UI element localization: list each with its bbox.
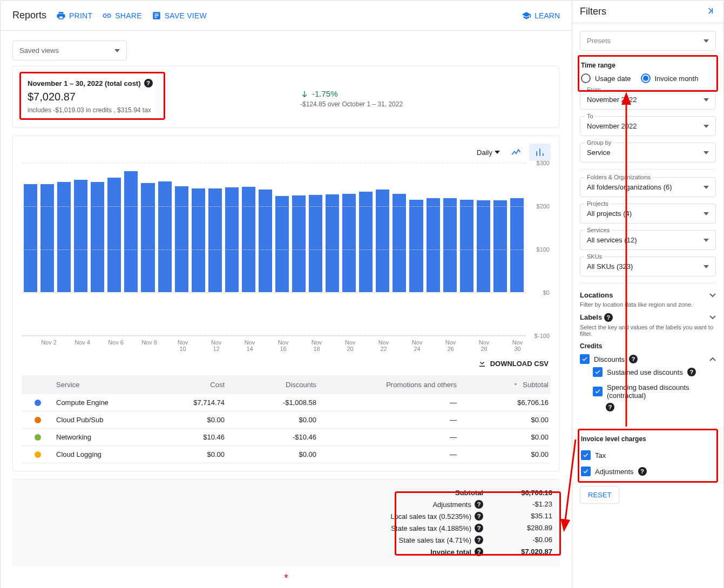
bar[interactable] bbox=[443, 198, 457, 292]
bar[interactable] bbox=[107, 178, 121, 292]
usage-date-radio[interactable]: Usage date bbox=[581, 73, 631, 83]
bar[interactable] bbox=[259, 190, 272, 292]
from-select[interactable]: From November 2022 bbox=[580, 90, 716, 110]
cell-service: Networking bbox=[54, 433, 151, 441]
bar[interactable] bbox=[427, 198, 440, 292]
services-value: All services (12) bbox=[587, 236, 637, 244]
spending-based-checkbox-row[interactable]: Spending based discounts (contractual) bbox=[593, 380, 716, 403]
tax-checkbox[interactable] bbox=[581, 450, 591, 460]
credits-title: Credits bbox=[580, 342, 716, 350]
table-row[interactable]: Networking $10.46 -$10.46 — $0.00 bbox=[22, 429, 551, 446]
table-row[interactable]: Compute Engine $7,714.74 -$1,008.58 — $6… bbox=[22, 394, 551, 411]
bar[interactable] bbox=[124, 171, 138, 292]
usage-date-label: Usage date bbox=[595, 75, 631, 83]
bar[interactable] bbox=[208, 188, 222, 292]
local-tax-label: Local sales tax (0.5235%) bbox=[390, 512, 471, 521]
help-icon[interactable]: ? bbox=[606, 403, 614, 411]
x-tick: Nov 20 bbox=[342, 339, 358, 352]
help-icon[interactable]: ? bbox=[475, 548, 483, 556]
x-tick: Nov 18 bbox=[308, 339, 325, 352]
table-row[interactable]: Cloud Logging $0.00 $0.00 — $0.00 bbox=[22, 446, 551, 463]
line-chart-icon bbox=[511, 147, 522, 158]
line-chart-button[interactable] bbox=[505, 144, 527, 161]
x-tick: Nov 10 bbox=[174, 339, 191, 352]
discounts-checkbox[interactable] bbox=[580, 354, 590, 364]
download-icon bbox=[477, 359, 487, 368]
th-cost[interactable]: Cost bbox=[151, 381, 227, 389]
help-icon[interactable]: ? bbox=[629, 355, 638, 363]
bar[interactable] bbox=[192, 188, 205, 292]
learn-button[interactable]: LEARN bbox=[522, 11, 560, 21]
help-icon[interactable]: ? bbox=[475, 500, 483, 509]
th-subtotal[interactable]: Subtotal bbox=[459, 381, 551, 389]
help-icon[interactable]: ? bbox=[475, 512, 483, 521]
download-csv-button[interactable]: DOWNLOAD CSV bbox=[477, 359, 549, 368]
to-select[interactable]: To November 2022 bbox=[580, 116, 716, 136]
cell-promo: — bbox=[319, 433, 459, 441]
bar[interactable] bbox=[342, 194, 356, 292]
bar[interactable] bbox=[175, 186, 188, 292]
projects-select[interactable]: Projects All projects (4) bbox=[580, 204, 716, 224]
save-view-button[interactable]: SAVE VIEW bbox=[152, 11, 207, 21]
share-button[interactable]: SHARE bbox=[102, 11, 141, 21]
bar[interactable] bbox=[242, 187, 255, 292]
help-icon[interactable]: ? bbox=[475, 524, 483, 532]
th-discounts[interactable]: Discounts bbox=[227, 381, 319, 389]
bar[interactable] bbox=[309, 195, 322, 292]
bar[interactable] bbox=[409, 200, 423, 292]
bar[interactable] bbox=[40, 184, 54, 292]
adjustments-checkbox[interactable] bbox=[581, 467, 591, 476]
x-tick: Nov 6 bbox=[107, 339, 124, 352]
bar[interactable] bbox=[141, 183, 154, 292]
bar[interactable] bbox=[74, 180, 87, 292]
bar[interactable] bbox=[292, 195, 306, 292]
bar[interactable] bbox=[91, 182, 104, 292]
bar[interactable] bbox=[460, 200, 473, 292]
help-icon[interactable]: ? bbox=[604, 313, 613, 322]
bar[interactable] bbox=[477, 200, 490, 292]
locations-expander[interactable]: Locations bbox=[580, 291, 716, 299]
groupby-select[interactable]: Group by Service bbox=[580, 143, 716, 163]
reset-button[interactable]: RESET bbox=[580, 486, 619, 504]
saved-views-select[interactable]: Saved views bbox=[12, 40, 127, 60]
cell-subtotal: $6,706.16 bbox=[459, 398, 551, 407]
bar[interactable] bbox=[275, 196, 289, 292]
bar[interactable] bbox=[493, 200, 507, 292]
th-service[interactable]: Service bbox=[54, 381, 151, 389]
granularity-select[interactable]: Daily bbox=[477, 148, 500, 157]
help-icon[interactable]: ? bbox=[475, 536, 483, 544]
spending-based-checkbox[interactable] bbox=[593, 387, 603, 396]
collapse-panel-button[interactable] bbox=[705, 5, 716, 18]
sustained-use-checkbox-row[interactable]: Sustained use discounts ? bbox=[593, 364, 716, 380]
bar[interactable] bbox=[57, 182, 71, 292]
table-row[interactable]: Cloud Pub/Sub $0.00 $0.00 — $0.00 bbox=[22, 411, 551, 429]
bar[interactable] bbox=[376, 190, 389, 292]
bar-chart-button[interactable] bbox=[529, 144, 551, 161]
invoice-month-radio[interactable]: Invoice month bbox=[641, 73, 699, 83]
bar[interactable] bbox=[158, 181, 172, 292]
y-tick: $100 bbox=[537, 246, 550, 253]
help-icon[interactable]: ? bbox=[144, 79, 153, 87]
folders-select[interactable]: Folders & Organizations All folders/orga… bbox=[580, 177, 716, 197]
help-icon[interactable]: ? bbox=[687, 368, 696, 376]
tax-checkbox-row[interactable]: Tax bbox=[581, 447, 715, 463]
cell-subtotal: $0.00 bbox=[459, 450, 551, 458]
discounts-expander[interactable]: Discounts ? bbox=[580, 354, 716, 364]
skus-value: All SKUs (323) bbox=[587, 262, 633, 271]
bar[interactable] bbox=[510, 198, 524, 292]
presets-select[interactable]: Presets bbox=[580, 31, 716, 51]
bar[interactable] bbox=[359, 192, 373, 292]
sustained-use-checkbox[interactable] bbox=[593, 367, 603, 377]
bar[interactable] bbox=[393, 194, 406, 292]
adjustments-checkbox-row[interactable]: Adjustments ? bbox=[581, 463, 715, 479]
services-select[interactable]: Services All services (12) bbox=[580, 230, 716, 250]
bar[interactable] bbox=[225, 187, 239, 292]
skus-select[interactable]: SKUs All SKUs (323) bbox=[580, 256, 716, 276]
bar[interactable] bbox=[24, 184, 37, 292]
th-promo[interactable]: Promotions and others bbox=[319, 381, 459, 389]
help-icon[interactable]: ? bbox=[638, 467, 647, 476]
labels-expander[interactable]: Labels ? bbox=[580, 313, 716, 322]
x-tick: Nov 30 bbox=[509, 339, 526, 352]
print-button[interactable]: PRINT bbox=[56, 11, 92, 21]
bar[interactable] bbox=[326, 194, 339, 292]
